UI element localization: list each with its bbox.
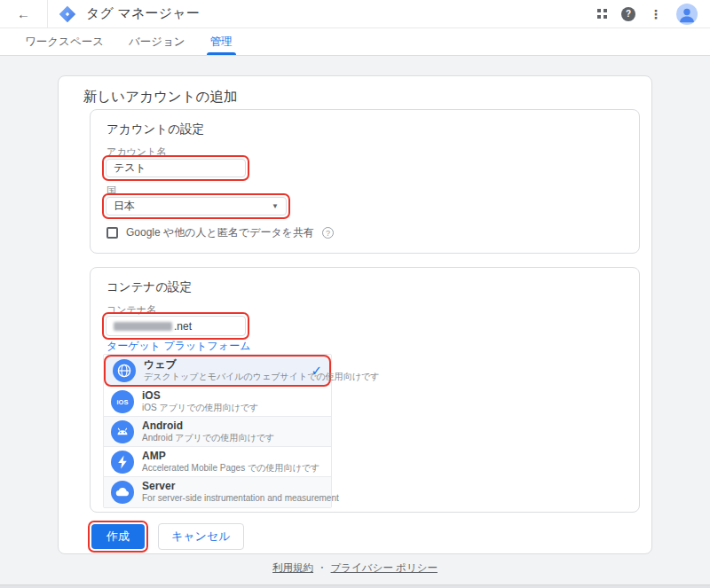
share-data-label: Google や他の人と匿名でデータを共有 (126, 225, 314, 240)
help-icon[interactable]: ? (621, 7, 635, 21)
platform-desc: Android アプリでの使用向けです (142, 433, 274, 444)
account-settings-title: アカウントの設定 (106, 122, 204, 137)
platform-row-server[interactable]: Server For server-side instrumentation a… (104, 477, 331, 507)
share-help-icon[interactable]: ? (322, 227, 334, 239)
platform-name: AMP (142, 450, 320, 463)
container-settings-title: コンテナの設定 (106, 279, 192, 295)
account-name-input[interactable] (106, 159, 246, 177)
tab-bar: ワークスペース バージョン 管理 (0, 28, 710, 56)
tag-manager-diamond-icon (59, 5, 76, 23)
platform-name: Server (142, 480, 324, 493)
terms-link[interactable]: 利用規約 (272, 562, 313, 573)
country-select[interactable]: 日本 ▼ (106, 197, 287, 216)
amp-lightning-icon (111, 451, 134, 474)
tab-workspace[interactable]: ワークスペース (12, 28, 116, 55)
action-buttons: 作成 キャンセル (88, 521, 244, 553)
target-platform-list: ウェブ デスクトップとモバイルのウェブサイトでの使用向けです ✓ iOS iOS… (103, 354, 332, 508)
tag-manager-logo[interactable] (59, 5, 76, 23)
selected-check-icon: ✓ (311, 363, 322, 379)
android-icon (111, 420, 134, 443)
container-name-suffix: .net (174, 320, 192, 333)
privacy-link[interactable]: プライバシー ポリシー (331, 562, 438, 573)
back-arrow-icon: ← (17, 6, 30, 21)
platform-name: Android (142, 419, 274, 433)
overflow-menu-icon[interactable]: ⋮ (650, 8, 662, 20)
platform-name: ウェブ (144, 358, 311, 372)
container-settings-card: コンテナの設定 コンテナ名 .net ターゲット プラットフォーム (90, 267, 640, 513)
account-name-annotation (102, 155, 249, 181)
app-title: タグ マネージャー (86, 5, 200, 22)
app-header: ← タグ マネージャー ? ⋮ (0, 0, 710, 28)
tab-admin[interactable]: 管理 (198, 28, 245, 55)
account-settings-card: アカウントの設定 アカウント名 国 日本 ▼ Google や他の人と匿名でデー… (90, 109, 640, 254)
platform-name: iOS (142, 389, 258, 403)
apps-grid-icon[interactable] (597, 9, 607, 19)
share-data-row: Google や他の人と匿名でデータを共有 ? (106, 225, 334, 240)
platform-desc: デスクトップとモバイルのウェブサイトでの使用向けです (144, 372, 311, 383)
create-button[interactable]: 作成 (91, 524, 145, 549)
container-name-input[interactable]: .net (106, 316, 246, 336)
globe-icon (113, 359, 136, 382)
share-data-checkbox[interactable] (106, 227, 118, 239)
server-cloud-icon (111, 481, 134, 504)
add-account-panel: 新しいアカウントの追加 アカウントの設定 アカウント名 国 日本 ▼ Googl… (58, 75, 652, 554)
platform-row-android[interactable]: Android Android アプリでの使用向けです (104, 417, 331, 447)
platform-row-web[interactable]: ウェブ デスクトップとモバイルのウェブサイトでの使用向けです ✓ (104, 355, 331, 387)
cancel-button[interactable]: キャンセル (158, 523, 244, 550)
footer-separator: ・ (317, 562, 327, 573)
platform-desc: Accelerated Mobile Pages での使用向けです (142, 463, 320, 474)
tag-manager-app: ← タグ マネージャー ? ⋮ (0, 0, 710, 588)
tab-version[interactable]: バージョン (116, 28, 198, 55)
bottom-edge-strip (0, 584, 710, 588)
back-button[interactable]: ← (0, 0, 48, 28)
platform-desc: iOS アプリでの使用向けです (142, 403, 258, 414)
svg-text:iOS: iOS (117, 398, 129, 406)
ios-icon: iOS (111, 390, 134, 413)
country-annotation: 日本 ▼ (102, 193, 290, 219)
platform-row-ios[interactable]: iOS iOS iOS アプリでの使用向けです (104, 387, 331, 417)
platform-row-amp[interactable]: AMP Accelerated Mobile Pages での使用向けです (104, 447, 331, 477)
platform-desc: For server-side instrumentation and meas… (142, 493, 324, 505)
create-button-annotation: 作成 (88, 521, 148, 553)
target-platform-label: ターゲット プラットフォーム (106, 339, 250, 354)
footer: 利用規約・プライバシー ポリシー (0, 561, 710, 575)
container-name-annotation: .net (102, 312, 249, 340)
country-value: 日本 (114, 199, 135, 214)
chevron-down-icon: ▼ (272, 202, 279, 210)
redacted-text (114, 322, 172, 331)
account-avatar[interactable] (676, 4, 698, 25)
person-icon (678, 5, 696, 23)
page-title: 新しいアカウントの追加 (83, 88, 237, 106)
header-actions: ? ⋮ (597, 4, 710, 25)
